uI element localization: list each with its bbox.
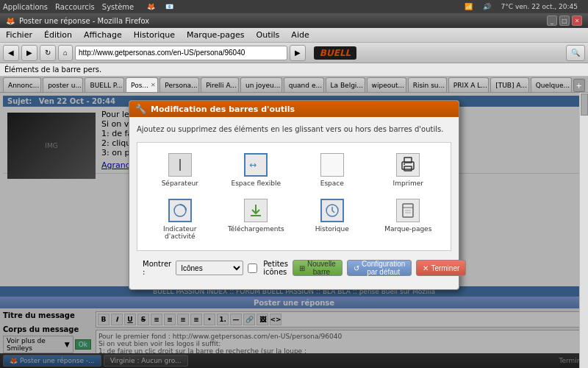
minimize-button[interactable]: _ — [547, 15, 557, 26]
network-icon: 📶 — [465, 3, 473, 10]
tab-persona[interactable]: Persona... — [159, 77, 199, 92]
item-bookmarks[interactable]: Marque-pages — [372, 194, 445, 244]
activity-icon — [168, 199, 192, 222]
datetime-display: 7°C ven. 22 oct., 20:45 — [501, 3, 578, 10]
tab-joyeu[interactable]: un joyeu... — [240, 77, 282, 92]
item-flexible-space[interactable]: ↔ Espace flexible — [220, 149, 293, 191]
tab-close-icon[interactable]: ✕ — [151, 82, 156, 88]
history-icon — [320, 199, 344, 222]
toolbar-editor-modal: 🔧 Modification des barres d'outils Ajout… — [129, 100, 459, 290]
modal-body: Ajoutez ou supprimez des éléments en les… — [129, 117, 459, 289]
display-mode-select[interactable]: Icônes Texte Icônes et texte — [176, 261, 243, 275]
close-modal-button[interactable]: ✕ Terminer — [416, 260, 466, 276]
history-label: Historique — [315, 225, 349, 233]
tab-quand[interactable]: quand e... — [284, 77, 324, 92]
small-icons-label: Petites icônes — [263, 260, 288, 276]
navigation-toolbar: ◀ ▶ ↻ ⌂ ▶ BUELL 🔍 — [0, 43, 588, 63]
item-history[interactable]: Historique — [295, 194, 369, 244]
space-icon — [320, 153, 344, 177]
modal-title-icon: 🔧 — [135, 104, 146, 114]
modal-description: Ajoutez ou supprimez des éléments en les… — [137, 124, 451, 135]
menu-aide[interactable]: Aide — [288, 29, 312, 41]
tab-poster[interactable]: poster u... — [43, 77, 83, 92]
item-space[interactable]: Espace — [295, 149, 369, 191]
separator-icon — [168, 153, 192, 177]
separator-label: Séparateur — [162, 180, 198, 187]
os-menu-applications[interactable]: Applications — [3, 3, 48, 11]
toolbar-label-bar: Éléments de la barre pers. — [0, 63, 588, 77]
tab-quelque[interactable]: Quelque... — [531, 77, 572, 92]
toolbar-label-text: Éléments de la barre pers. — [4, 66, 101, 74]
os-menubar: Applications Raccourcis Système 🦊 📧 📶 🔊 … — [0, 0, 588, 13]
modal-scroll-thumb[interactable] — [581, 93, 588, 116]
new-toolbar-label: Nouvelle barre — [307, 260, 336, 276]
montrer-label: Montrer : — [143, 260, 171, 276]
forward-button[interactable]: ▶ — [21, 45, 37, 61]
menu-fichier[interactable]: Fichier — [3, 29, 35, 41]
bookmarks-label: Marque-pages — [384, 225, 431, 233]
flexible-space-icon: ↔ — [244, 153, 268, 177]
firefox-titlebar: 🦊 Poster une réponse - Mozilla Firefox _… — [0, 13, 588, 28]
flexible-space-label: Espace flexible — [231, 180, 281, 187]
back-button[interactable]: ◀ — [3, 45, 19, 61]
downloads-label: Téléchargements — [228, 225, 284, 233]
menu-affichage[interactable]: Affichage — [81, 29, 125, 41]
maximize-button[interactable]: □ — [559, 15, 570, 26]
menu-edition[interactable]: Édition — [41, 29, 75, 41]
svg-rect-4 — [404, 166, 412, 171]
tab-annonc[interactable]: Annonc... — [3, 77, 41, 92]
tab-pos-active[interactable]: Pos... ✕ — [126, 77, 158, 92]
tabs-bar: Annonc... poster u... BUELL P... Pos... … — [0, 77, 588, 93]
close-modal-icon: ✕ — [423, 264, 429, 272]
activity-label: Indicateur d'activité — [148, 225, 212, 240]
modal-overlay: 🔧 Modification des barres d'outils Ajout… — [0, 93, 588, 368]
modal-scrollbar[interactable] — [579, 93, 588, 368]
home-button[interactable]: ⌂ — [58, 45, 73, 61]
new-toolbar-icon: ⊞ — [299, 264, 305, 272]
downloads-icon — [244, 199, 268, 222]
svg-text:↔: ↔ — [249, 160, 257, 170]
new-tab-button[interactable]: + — [573, 79, 585, 92]
address-bar[interactable] — [75, 46, 287, 60]
bookmarks-icon — [396, 199, 420, 222]
tab-buell[interactable]: BUELL P... — [85, 77, 124, 92]
tab-tub[interactable]: [TUB] A... — [490, 77, 529, 92]
modal-footer: Montrer : Icônes Texte Icônes et texte P… — [137, 257, 451, 282]
os-status-area: 📶 🔊 7°C ven. 22 oct., 20:45 — [465, 3, 585, 10]
modal-items-grid: Séparateur ↔ Espace flexible Espace — [137, 143, 451, 250]
default-config-button[interactable]: ↺ Configuration par défaut — [347, 260, 412, 276]
firefox-icon: 🦊 — [6, 17, 15, 25]
menu-marque-pages[interactable]: Marque-pages — [184, 29, 247, 41]
go-button[interactable]: ▶ — [290, 45, 306, 61]
os-menu-raccourcis[interactable]: Raccourcis — [55, 3, 95, 11]
close-modal-label: Terminer — [431, 264, 459, 272]
small-icons-checkbox[interactable] — [248, 263, 257, 273]
item-print[interactable]: Imprimer — [372, 149, 445, 191]
tab-belgi[interactable]: La Belgi... — [326, 77, 365, 92]
config-icon: ↺ — [354, 264, 359, 272]
reload-button[interactable]: ↻ — [40, 45, 56, 61]
tab-pirelli[interactable]: Pirelli A... — [201, 77, 239, 92]
space-label: Espace — [320, 180, 344, 187]
menu-outils[interactable]: Outils — [254, 29, 283, 41]
tab-prix[interactable]: PRIX A L... — [448, 77, 489, 92]
firefox-menubar: Fichier Édition Affichage Historique Mar… — [0, 28, 588, 43]
close-button[interactable]: ✕ — [572, 15, 582, 26]
window-title: Poster une réponse - Mozilla Firefox — [19, 17, 149, 25]
default-config-label: Configuration par défaut — [362, 260, 405, 276]
print-label: Imprimer — [393, 180, 423, 187]
print-icon — [396, 153, 420, 177]
item-activity[interactable]: Indicateur d'activité — [143, 194, 217, 244]
sound-icon: 🔊 — [483, 3, 491, 10]
search-button[interactable]: 🔍 — [566, 45, 585, 61]
browser-content-area: Sujet: Ven 22 Oct - 20:44 IMG Pour le pr… — [0, 93, 588, 368]
os-menu-systeme[interactable]: Système — [102, 3, 134, 11]
modal-items-container: Séparateur ↔ Espace flexible Espace — [137, 142, 451, 251]
tab-risin[interactable]: Risin su... — [408, 77, 447, 92]
modal-titlebar: 🔧 Modification des barres d'outils — [129, 101, 459, 117]
new-toolbar-button[interactable]: ⊞ Nouvelle barre — [293, 260, 343, 276]
item-separator[interactable]: Séparateur — [143, 149, 217, 191]
tab-wipeout[interactable]: wipeout... — [367, 77, 406, 92]
menu-historique[interactable]: Historique — [131, 29, 178, 41]
item-downloads[interactable]: Téléchargements — [220, 194, 293, 244]
